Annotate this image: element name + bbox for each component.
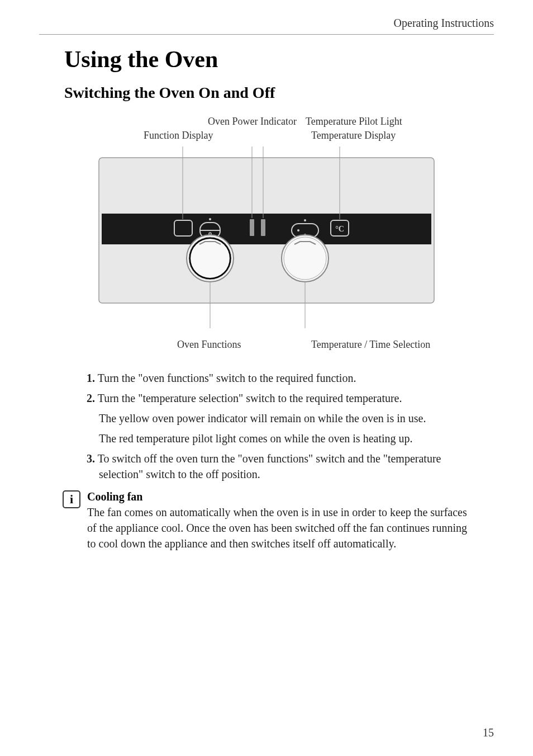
label-oven-functions: Oven Functions (177, 339, 241, 351)
step-text: Turn the "temperature selection" switch … (98, 392, 402, 404)
svg-point-11 (297, 229, 299, 231)
svg-rect-8 (261, 219, 265, 236)
svg-rect-7 (250, 219, 254, 236)
info-icon: i (63, 490, 80, 508)
step-text: To switch off the oven turn the "oven fu… (98, 452, 441, 480)
instruction-2-sub-1: The yellow oven power indicator will rem… (87, 410, 477, 426)
step-text: Turn the "oven functions" switch to the … (98, 372, 356, 384)
info-title: Cooling fan (87, 490, 477, 503)
oven-panel-diagram: Function Display Oven Power Indicator Te… (88, 119, 445, 353)
step-number: 1. (87, 372, 95, 384)
header: Operating Instructions (39, 17, 494, 35)
label-temperature-display: Temperature Display (311, 130, 396, 141)
sub-title: Switching the Oven On and Off (64, 84, 494, 102)
step-number: 2. (87, 392, 95, 404)
label-function-display: Function Display (144, 130, 213, 141)
svg-point-20 (285, 239, 325, 278)
svg-point-10 (304, 219, 306, 221)
step-number: 3. (87, 452, 95, 465)
label-temperature-time-selection: Temperature / Time Selection (311, 339, 430, 351)
svg-point-17 (191, 239, 230, 278)
instruction-2: 2. Turn the "temperature selection" swit… (87, 390, 477, 406)
info-section: i Cooling fan The fan comes on automatic… (63, 490, 494, 551)
info-text: The fan comes on automatically when the … (87, 504, 477, 551)
oven-panel-illustration: 0 °C (88, 147, 445, 331)
instructions-list: 1. Turn the "oven functions" switch to t… (87, 370, 477, 482)
label-oven-power-indicator: Oven Power Indicator (208, 116, 297, 127)
svg-text:°C: °C (335, 225, 344, 233)
instruction-2-sub-2: The red temperature pilot light comes on… (87, 431, 477, 446)
page-number: 15 (483, 726, 494, 739)
label-temperature-pilot-light: Temperature Pilot Light (306, 116, 402, 127)
instruction-3: 3. To switch off the oven turn the "oven… (87, 451, 477, 482)
info-content: Cooling fan The fan comes on automatical… (87, 490, 477, 551)
svg-point-6 (209, 218, 211, 220)
main-title: Using the Oven (64, 46, 494, 73)
svg-rect-1 (102, 214, 431, 244)
instruction-1: 1. Turn the "oven functions" switch to t… (87, 370, 477, 386)
